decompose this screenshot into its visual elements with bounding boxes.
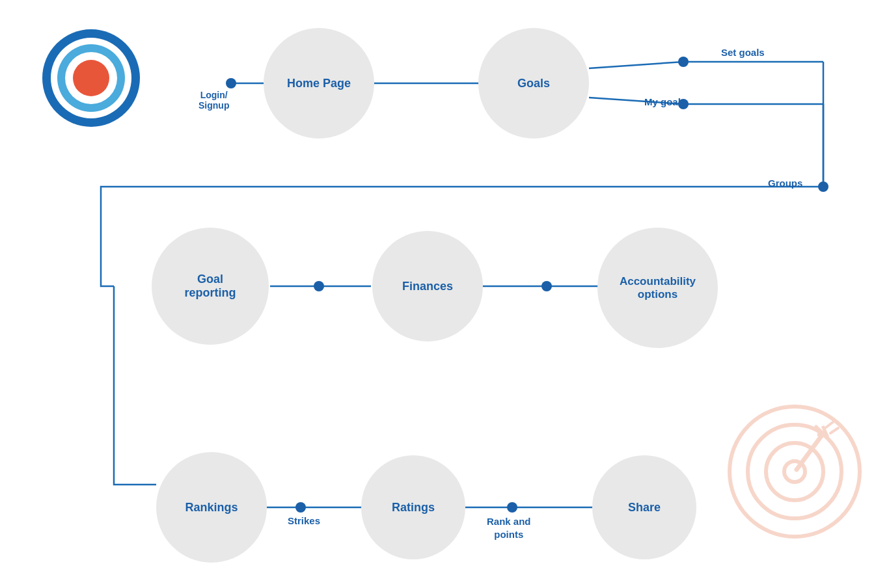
node-rankings[interactable]: Rankings: [156, 452, 267, 563]
node-ratings[interactable]: Ratings: [361, 455, 465, 559]
svg-point-23: [766, 443, 823, 500]
node-goals[interactable]: Goals: [478, 28, 589, 139]
node-accountability[interactable]: Accountabilityoptions: [597, 228, 718, 348]
label-rank-points: Rank andpoints: [487, 515, 531, 541]
svg-line-27: [825, 421, 834, 428]
dot-rank-points: [507, 502, 517, 513]
svg-line-25: [797, 433, 824, 470]
dot-groups: [818, 181, 828, 192]
svg-line-2: [589, 62, 683, 68]
dot-login: [226, 78, 236, 88]
svg-point-20: [73, 60, 109, 96]
svg-point-22: [748, 425, 841, 518]
dot-set-goals: [678, 57, 689, 67]
node-homepage[interactable]: Home Page: [264, 28, 374, 139]
decorative-target: [720, 397, 869, 549]
logo: [39, 26, 143, 130]
node-goal-reporting[interactable]: Goalreporting: [152, 228, 269, 345]
dot-gr-finance: [314, 281, 324, 291]
label-strikes: Strikes: [288, 515, 320, 526]
dot-strikes: [295, 502, 306, 513]
label-groups: Groups: [768, 178, 802, 189]
svg-line-28: [830, 428, 838, 433]
label-set-goals: Set goals: [721, 47, 765, 58]
label-login: Login/Signup: [198, 90, 229, 111]
dot-finance-acc: [541, 281, 552, 291]
node-finances[interactable]: Finances: [372, 231, 483, 341]
dot-my-goals: [678, 99, 689, 109]
node-share[interactable]: Share: [592, 455, 696, 559]
